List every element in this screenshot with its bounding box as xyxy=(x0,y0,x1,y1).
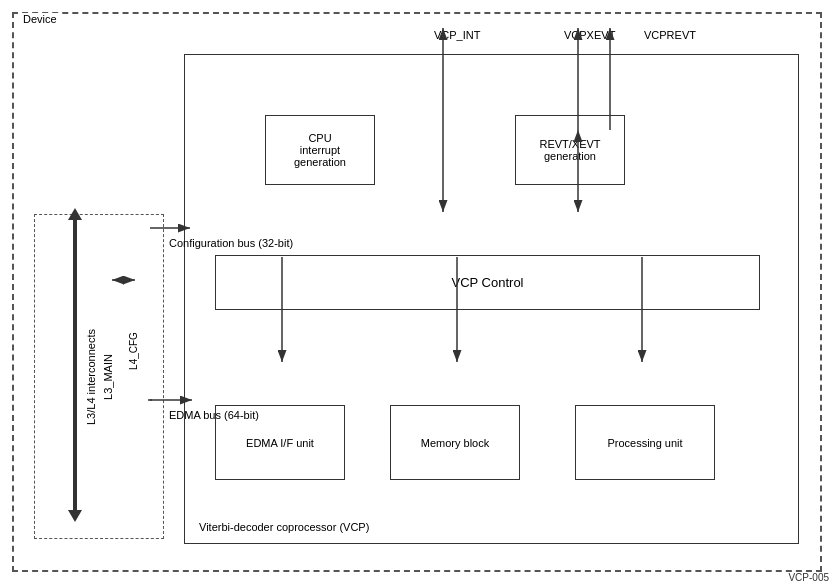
cpu-interrupt-box: CPU interrupt generation xyxy=(265,115,375,185)
l3main-label: L3_MAIN xyxy=(102,354,114,400)
vcpxevt-label: VCPXEVT xyxy=(564,29,615,41)
vcp005-label: VCP-005 xyxy=(788,572,829,583)
edma-if-label: EDMA I/F unit xyxy=(246,437,314,449)
cpu-interrupt-label: CPU interrupt generation xyxy=(294,132,346,168)
edma-bus-label: EDMA bus (64-bit) xyxy=(169,409,259,421)
vcp-int-label: VCP_INT xyxy=(434,29,480,41)
device-label: Device xyxy=(20,13,60,25)
vcp-outer-box: Viterbi-decoder coprocessor (VCP) CPU in… xyxy=(184,54,799,544)
vcp-outer-label: Viterbi-decoder coprocessor (VCP) xyxy=(199,521,369,533)
config-bus-label: Configuration bus (32-bit) xyxy=(169,237,293,249)
vcprevt-label: VCPREVT xyxy=(644,29,696,41)
l3l4-box: L3/L4 interconnects L3_MAIN L4_CFG xyxy=(34,214,164,539)
device-boundary: Device Viterbi-decoder coprocessor (VCP)… xyxy=(12,12,822,572)
memory-block-label: Memory block xyxy=(421,437,489,449)
vcp-control-label: VCP Control xyxy=(451,275,523,290)
memory-block-box: Memory block xyxy=(390,405,520,480)
revt-xevt-box: REVT/XEVT generation xyxy=(515,115,625,185)
processing-unit-box: Processing unit xyxy=(575,405,715,480)
revt-xevt-label: REVT/XEVT generation xyxy=(539,138,600,162)
processing-unit-label: Processing unit xyxy=(607,437,682,449)
l4cfg-label: L4_CFG xyxy=(128,332,139,370)
vcp-control-box: VCP Control xyxy=(215,255,760,310)
l3l4-label: L3/L4 interconnects xyxy=(85,328,97,424)
